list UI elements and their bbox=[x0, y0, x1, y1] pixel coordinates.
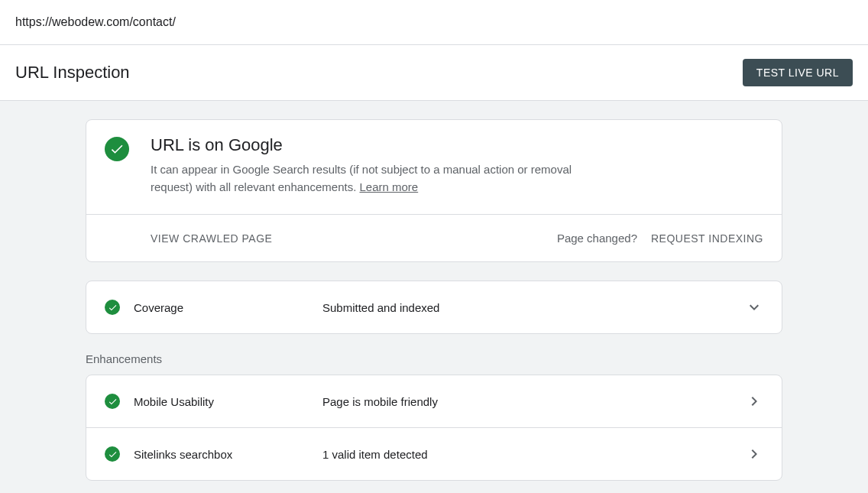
inspected-url: https://webodew.com/contact/ bbox=[15, 15, 176, 28]
learn-more-link[interactable]: Learn more bbox=[359, 180, 418, 193]
sitelinks-searchbox-row[interactable]: Sitelinks searchbox 1 valid item detecte… bbox=[86, 427, 782, 480]
status-description: It can appear in Google Search results (… bbox=[151, 161, 578, 196]
content-area: URL is on Google It can appear in Google… bbox=[0, 101, 868, 493]
chevron-down-icon bbox=[745, 298, 763, 316]
check-icon bbox=[105, 137, 129, 161]
enhancement-label: Sitelinks searchbox bbox=[120, 448, 322, 461]
enhancements-section-label: Enhancements bbox=[86, 352, 782, 365]
enhancement-value: 1 valid item detected bbox=[322, 448, 745, 461]
check-icon bbox=[105, 394, 120, 409]
test-live-url-button[interactable]: TEST LIVE URL bbox=[743, 59, 853, 86]
check-icon bbox=[105, 300, 120, 315]
enhancements-panel: Mobile Usability Page is mobile friendly… bbox=[86, 375, 782, 481]
enhancement-label: Mobile Usability bbox=[120, 395, 322, 408]
coverage-panel[interactable]: Coverage Submitted and indexed bbox=[86, 281, 782, 334]
coverage-label: Coverage bbox=[120, 301, 322, 314]
url-bar: https://webodew.com/contact/ bbox=[0, 0, 868, 45]
coverage-value: Submitted and indexed bbox=[322, 301, 745, 314]
page-title: URL Inspection bbox=[15, 63, 130, 83]
status-actions: VIEW CRAWLED PAGE Page changed? REQUEST … bbox=[86, 214, 782, 261]
view-crawled-page-button[interactable]: VIEW CRAWLED PAGE bbox=[151, 232, 272, 245]
mobile-usability-row[interactable]: Mobile Usability Page is mobile friendly bbox=[86, 375, 782, 427]
chevron-right-icon bbox=[745, 392, 763, 410]
page-changed-label: Page changed? bbox=[557, 232, 637, 245]
check-icon bbox=[105, 446, 120, 462]
status-summary: URL is on Google It can appear in Google… bbox=[86, 120, 782, 214]
request-indexing-button[interactable]: REQUEST INDEXING bbox=[651, 232, 763, 245]
enhancement-value: Page is mobile friendly bbox=[322, 395, 745, 408]
status-card: URL is on Google It can appear in Google… bbox=[86, 119, 782, 262]
page-header: URL Inspection TEST LIVE URL bbox=[0, 45, 868, 101]
chevron-right-icon bbox=[745, 445, 763, 463]
status-heading: URL is on Google bbox=[151, 135, 578, 155]
